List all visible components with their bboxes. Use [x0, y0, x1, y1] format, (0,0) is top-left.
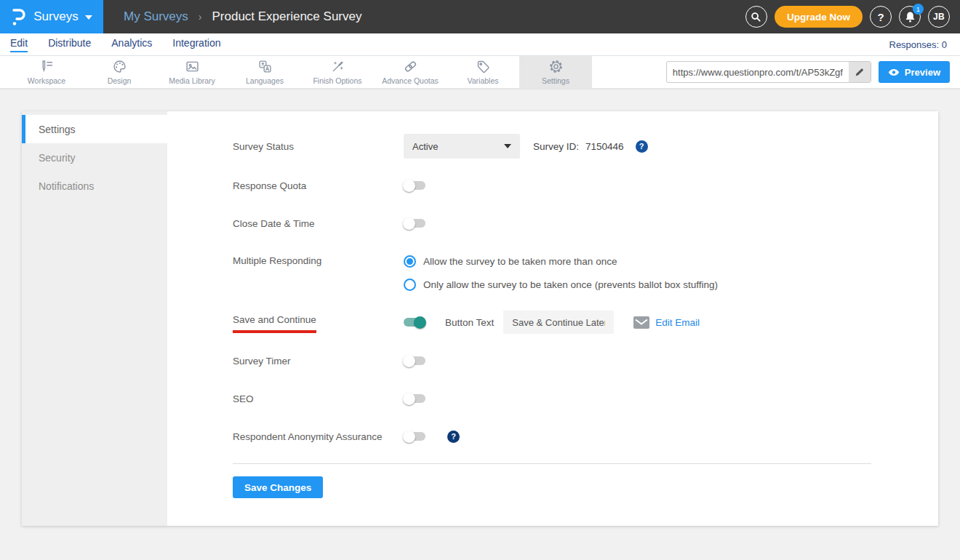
settings-sidebar: Settings Security Notifications [22, 111, 167, 526]
seo-label: SEO [233, 393, 404, 404]
toolbar-item-workspace[interactable]: Workspace [10, 56, 83, 88]
form-divider [233, 463, 871, 464]
survey-url-box [666, 61, 871, 83]
edit-url-button[interactable] [849, 61, 871, 83]
radio-button-checked[interactable] [404, 255, 416, 268]
main-area: Settings Security Notifications Survey S… [0, 89, 960, 526]
radio-button-unchecked[interactable] [404, 279, 416, 291]
button-text-label: Button Text [445, 317, 494, 328]
save-and-continue-row: Save and Continue Button Text Edit Email [233, 311, 938, 334]
page-title: Product Experience Survey [212, 9, 361, 24]
survey-id-label: Survey ID: [533, 141, 579, 152]
design-palette-icon [112, 59, 127, 74]
header-actions: Upgrade Now ? 1 JB [745, 6, 950, 28]
eye-icon [888, 68, 900, 76]
notification-badge: 1 [913, 4, 924, 15]
response-quota-label: Response Quota [233, 180, 404, 191]
response-quota-toggle[interactable] [404, 181, 425, 190]
respondent-anonymity-row: Respondent Anonymity Assurance ? [233, 425, 938, 447]
survey-id-help-icon[interactable]: ? [636, 140, 648, 153]
top-header: Surveys My Surveys › Product Experience … [0, 0, 960, 33]
workspace-icon [39, 59, 55, 74]
pencil-icon [855, 67, 865, 77]
save-and-continue-label: Save and Continue [233, 314, 404, 333]
questionpro-logo-icon [11, 7, 27, 26]
close-date-row: Close Date & Time [233, 212, 938, 234]
languages-icon [257, 59, 273, 74]
breadcrumb: My Surveys › Product Experience Survey [124, 9, 361, 24]
app-menu-label: Surveys [33, 9, 78, 24]
toolbar-item-languages[interactable]: Languages [228, 56, 301, 88]
multiple-responding-row: Multiple Responding Allow the survey to … [233, 250, 938, 295]
variables-tag-icon [476, 59, 491, 74]
survey-status-row: Survey Status Active Survey ID: 7150446 … [233, 134, 938, 159]
section-nav: Edit Distribute Analytics Integration Re… [0, 33, 960, 56]
settings-gear-icon [548, 59, 564, 74]
finish-options-icon [330, 59, 345, 74]
radio-option-once-only: Only allow the survey to be taken once (… [404, 273, 718, 295]
seo-row: SEO [233, 388, 938, 409]
tab-edit[interactable]: Edit [10, 37, 28, 52]
toolbar-item-finish-options[interactable]: Finish Options [301, 56, 374, 88]
multiple-responding-label: Multiple Responding [233, 255, 404, 266]
tab-integration[interactable]: Integration [172, 37, 220, 52]
sidebar-item-settings[interactable]: Settings [22, 115, 167, 143]
advance-quotas-chain-icon [403, 59, 418, 74]
preview-button[interactable]: Preview [879, 61, 950, 83]
edit-email-link[interactable]: Edit Email [655, 317, 700, 328]
survey-id-value: 7150446 [585, 141, 624, 152]
survey-url-input[interactable] [667, 67, 849, 78]
radio-option-multiple-allowed: Allow the survey to be taken more than o… [404, 250, 718, 272]
close-date-label: Close Date & Time [233, 218, 404, 229]
responses-count: Responses: 0 [889, 39, 948, 50]
search-icon [751, 12, 761, 23]
breadcrumb-my-surveys[interactable]: My Surveys [124, 9, 188, 24]
media-library-icon [185, 59, 200, 74]
settings-form: Survey Status Active Survey ID: 7150446 … [167, 111, 938, 526]
save-and-continue-toggle[interactable] [404, 318, 425, 327]
breadcrumb-separator: › [199, 11, 202, 23]
survey-timer-label: Survey Timer [233, 356, 404, 367]
seo-toggle[interactable] [404, 394, 425, 403]
toolbar-item-design[interactable]: Design [83, 56, 156, 88]
tab-distribute[interactable]: Distribute [48, 37, 91, 52]
search-button[interactable] [745, 6, 767, 28]
survey-timer-toggle[interactable] [404, 356, 425, 365]
toolbar-item-settings[interactable]: Settings [519, 56, 592, 88]
settings-card: Settings Security Notifications Survey S… [22, 111, 938, 526]
respondent-anonymity-label: Respondent Anonymity Assurance [233, 431, 404, 442]
survey-status-label: Survey Status [233, 141, 404, 152]
toolbar-item-variables[interactable]: Variables [447, 56, 519, 88]
toolbar-item-advance-quotas[interactable]: Advance Quotas [374, 56, 447, 88]
app-menu-surveys[interactable]: Surveys [0, 0, 103, 33]
email-envelope-icon[interactable] [633, 316, 649, 329]
upgrade-now-button[interactable]: Upgrade Now [775, 6, 863, 28]
sidebar-item-notifications[interactable]: Notifications [22, 172, 167, 200]
survey-timer-row: Survey Timer [233, 350, 938, 372]
notifications-button[interactable]: 1 [899, 6, 921, 28]
survey-status-select[interactable]: Active [404, 134, 520, 159]
help-button[interactable]: ? [870, 6, 892, 28]
tab-analytics[interactable]: Analytics [111, 37, 152, 52]
toolbar-item-media-library[interactable]: Media Library [156, 56, 228, 88]
sidebar-item-security[interactable]: Security [22, 143, 167, 172]
anonymity-help-icon[interactable]: ? [447, 431, 460, 443]
avatar[interactable]: JB [928, 6, 950, 28]
save-changes-button[interactable]: Save Changes [233, 476, 323, 498]
chevron-down-icon [504, 144, 511, 148]
respondent-anonymity-toggle[interactable] [404, 432, 425, 441]
edit-toolbar: Workspace Design Media Library Languages [0, 56, 960, 89]
response-quota-row: Response Quota [233, 175, 938, 196]
close-date-toggle[interactable] [404, 219, 425, 228]
chevron-down-icon [85, 15, 92, 20]
button-text-input[interactable] [503, 311, 614, 334]
